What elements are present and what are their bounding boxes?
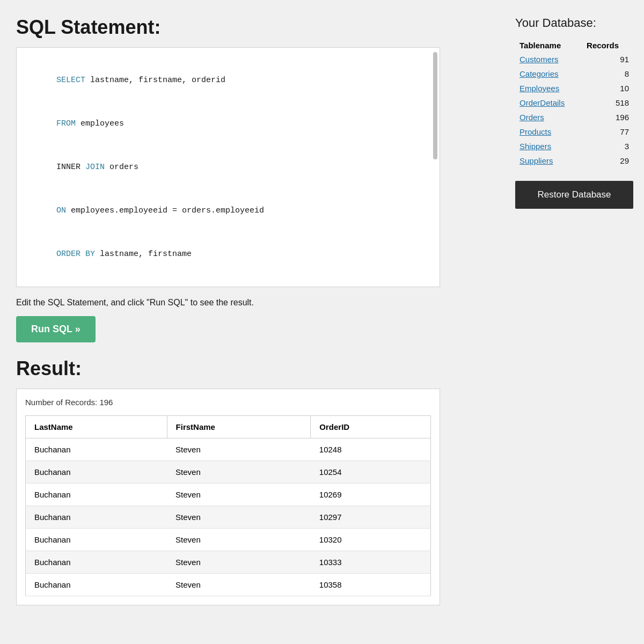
db-table-count: 91 [582, 52, 633, 67]
table-cell: 10320 [311, 529, 431, 551]
db-table-name[interactable]: OrderDetails [515, 96, 582, 110]
result-container: Number of Records: 196 LastName FirstNam… [16, 389, 440, 605]
table-cell: Buchanan [26, 574, 167, 596]
table-cell: Steven [167, 506, 311, 529]
table-cell: Steven [167, 529, 311, 551]
db-tables-list: Tablename Records Customers91Categories8… [515, 39, 633, 168]
db-table-count: 8 [582, 67, 633, 81]
result-title: Result: [16, 357, 488, 380]
table-row: BuchananSteven10254 [26, 461, 431, 484]
table-cell: 10254 [311, 461, 431, 484]
sql-text-5: lastname, firstname [95, 250, 192, 259]
list-item: Suppliers29 [515, 153, 633, 168]
table-cell: Steven [167, 438, 311, 461]
sql-text-2: employees [76, 119, 124, 128]
db-table-count: 77 [582, 125, 633, 139]
db-table-name[interactable]: Suppliers [515, 153, 582, 168]
sidebar-title: Your Database: [515, 16, 633, 30]
col-header-records: Records [582, 39, 633, 52]
db-table-name[interactable]: Categories [515, 67, 582, 81]
list-item: Customers91 [515, 52, 633, 67]
list-item: Products77 [515, 125, 633, 139]
db-table-count: 518 [582, 96, 633, 110]
sql-line-5: ORDER BY lastname, firstname [27, 232, 429, 276]
run-sql-button[interactable]: Run SQL » [16, 316, 96, 342]
kw-on: ON [56, 206, 66, 215]
data-table: LastName FirstName OrderID BuchananSteve… [25, 415, 431, 596]
table-cell: 10248 [311, 438, 431, 461]
db-table-name[interactable]: Shippers [515, 139, 582, 153]
table-row: BuchananSteven10297 [26, 506, 431, 529]
sql-text-3b: orders [105, 163, 138, 172]
list-item: Categories8 [515, 67, 633, 81]
table-cell: 10333 [311, 551, 431, 574]
list-item: Shippers3 [515, 139, 633, 153]
table-cell: Steven [167, 461, 311, 484]
sidebar: Your Database: Tablename Records Custome… [504, 0, 644, 644]
db-table-header-row: Tablename Records [515, 39, 633, 52]
sql-text-4: employees.employeeid = orders.employeeid [66, 206, 264, 215]
table-cell: Buchanan [26, 551, 167, 574]
col-header-orderid: OrderID [311, 416, 431, 438]
db-table-count: 10 [582, 81, 633, 96]
kw-select: SELECT [56, 76, 85, 85]
edit-hint: Edit the SQL Statement, and click "Run S… [16, 298, 488, 308]
table-cell: Steven [167, 574, 311, 596]
table-cell: Buchanan [26, 506, 167, 529]
db-table-count: 3 [582, 139, 633, 153]
sql-line-1: SELECT lastname, firstname, orderid [27, 58, 429, 102]
sql-statement-title: SQL Statement: [16, 16, 488, 39]
table-cell: Steven [167, 551, 311, 574]
db-table-name[interactable]: Employees [515, 81, 582, 96]
list-item: Employees10 [515, 81, 633, 96]
table-row: BuchananSteven10320 [26, 529, 431, 551]
list-item: OrderDetails518 [515, 96, 633, 110]
table-cell: 10358 [311, 574, 431, 596]
scrollbar[interactable] [433, 52, 437, 159]
table-cell: Steven [167, 484, 311, 506]
table-cell: Buchanan [26, 438, 167, 461]
table-row: BuchananSteven10358 [26, 574, 431, 596]
table-row: BuchananSteven10333 [26, 551, 431, 574]
main-content: SQL Statement: SELECT lastname, firstnam… [0, 0, 504, 644]
db-table-name[interactable]: Orders [515, 110, 582, 125]
table-cell: Buchanan [26, 529, 167, 551]
db-table-name[interactable]: Products [515, 125, 582, 139]
col-header-lastname: LastName [26, 416, 167, 438]
restore-database-button[interactable]: Restore Database [515, 181, 633, 209]
col-header-firstname: FirstName [167, 416, 311, 438]
sql-line-3: INNER JOIN orders [27, 145, 429, 189]
table-row: BuchananSteven10269 [26, 484, 431, 506]
table-cell: 10297 [311, 506, 431, 529]
db-table-count: 29 [582, 153, 633, 168]
record-count: Number of Records: 196 [25, 398, 431, 407]
db-table-name[interactable]: Customers [515, 52, 582, 67]
list-item: Orders196 [515, 110, 633, 125]
sql-text-3a: INNER [56, 163, 85, 172]
kw-orderby: ORDER BY [56, 250, 95, 259]
db-table-count: 196 [582, 110, 633, 125]
sql-line-2: FROM employees [27, 102, 429, 145]
table-cell: Buchanan [26, 484, 167, 506]
sql-text-1: lastname, firstname, orderid [85, 76, 225, 85]
kw-join: JOIN [85, 163, 105, 172]
kw-from: FROM [56, 119, 76, 128]
col-header-tablename: Tablename [515, 39, 582, 52]
sql-editor[interactable]: SELECT lastname, firstname, orderid FROM… [16, 47, 440, 287]
table-header-row: LastName FirstName OrderID [26, 416, 431, 438]
table-cell: Buchanan [26, 461, 167, 484]
table-cell: 10269 [311, 484, 431, 506]
sql-line-4: ON employees.employeeid = orders.employe… [27, 189, 429, 232]
table-row: BuchananSteven10248 [26, 438, 431, 461]
